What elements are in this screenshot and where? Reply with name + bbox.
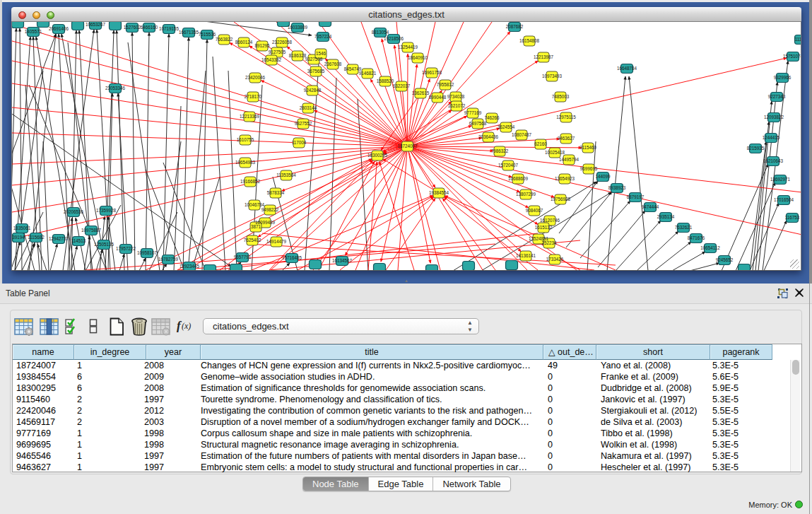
- svg-text:16671355: 16671355: [179, 30, 199, 35]
- svg-text:10653267: 10653267: [86, 22, 106, 27]
- svg-text:9498222: 9498222: [261, 207, 279, 212]
- svg-text:15716485: 15716485: [282, 255, 302, 260]
- svg-text:1588520: 1588520: [377, 78, 394, 83]
- svg-text:10807487: 10807487: [512, 132, 532, 137]
- svg-text:23226058: 23226058: [272, 40, 293, 45]
- svg-text:20206536: 20206536: [64, 209, 84, 214]
- svg-text:14914479: 14914479: [266, 239, 287, 244]
- svg-text:2803144: 2803144: [300, 105, 317, 110]
- svg-text:12942737: 12942737: [49, 236, 69, 241]
- svg-text:39194: 39194: [12, 235, 25, 240]
- svg-text:17359928: 17359928: [96, 208, 117, 213]
- svg-text:7986322: 7986322: [491, 148, 509, 153]
- svg-text:20364436: 20364436: [478, 134, 499, 139]
- svg-text:13254419: 13254419: [398, 45, 418, 49]
- svg-text:8813054: 8813054: [372, 30, 389, 35]
- svg-text:6879197: 6879197: [627, 194, 645, 199]
- svg-text:6466160: 6466160: [141, 25, 158, 30]
- svg-text:1733426: 1733426: [546, 257, 564, 262]
- svg-text:9146821: 9146821: [359, 71, 377, 76]
- svg-text:16648784: 16648784: [617, 66, 637, 71]
- svg-text:3624554: 3624554: [498, 124, 515, 129]
- svg-text:12213987: 12213987: [534, 54, 554, 59]
- svg-text:2367608: 2367608: [324, 62, 342, 66]
- svg-text:7955812: 7955812: [437, 82, 454, 87]
- svg-text:8660124: 8660124: [235, 40, 253, 45]
- svg-text:10975887: 10975887: [81, 228, 102, 233]
- svg-text:16782759: 16782759: [158, 257, 179, 262]
- svg-text:15751074: 15751074: [783, 54, 801, 59]
- svg-text:6322037: 6322037: [393, 83, 411, 88]
- svg-text:7663822: 7663822: [216, 37, 233, 42]
- svg-text:16210643: 16210643: [763, 158, 784, 163]
- svg-text:12093822: 12093822: [764, 115, 784, 119]
- svg-text:23420046: 23420046: [245, 75, 266, 80]
- svg-text:10046784: 10046784: [245, 202, 265, 207]
- svg-text:10025418: 10025418: [545, 150, 565, 155]
- svg-text:13807299: 13807299: [516, 192, 536, 197]
- svg-text:12975115: 12975115: [556, 115, 576, 119]
- svg-text:16543382: 16543382: [261, 57, 282, 62]
- svg-text:9084067: 9084067: [526, 208, 543, 213]
- svg-text:1835061: 1835061: [13, 226, 31, 230]
- svg-text:117004: 117004: [292, 140, 307, 145]
- svg-text:14495794: 14495794: [559, 157, 579, 162]
- svg-text:8938923: 8938923: [608, 185, 626, 190]
- svg-text:19384554: 19384554: [429, 190, 449, 195]
- svg-text:3871: 3871: [251, 224, 261, 229]
- svg-text:8186328: 8186328: [289, 53, 307, 58]
- svg-text:10688609: 10688609: [508, 176, 529, 181]
- svg-text:1546: 1546: [316, 51, 326, 56]
- svg-text:9699695: 9699695: [580, 166, 598, 171]
- svg-text:9734028: 9734028: [447, 94, 465, 99]
- svg-text:9227343: 9227343: [768, 94, 786, 99]
- svg-text:1610755: 1610755: [237, 137, 254, 142]
- svg-text:10958107: 10958107: [137, 250, 158, 255]
- svg-text:1405571: 1405571: [25, 29, 42, 34]
- svg-text:1244415: 1244415: [763, 135, 780, 140]
- svg-text:20691406: 20691406: [49, 26, 69, 31]
- svg-text:12923445: 12923445: [180, 264, 200, 269]
- svg-text:19756928: 19756928: [551, 197, 571, 201]
- svg-text:2935134: 2935134: [657, 214, 675, 219]
- svg-text:3675685: 3675685: [307, 69, 325, 74]
- svg-text:9777169: 9777169: [464, 110, 482, 115]
- svg-text:252234: 252234: [541, 240, 557, 245]
- svg-text:17016504: 17016504: [774, 197, 794, 202]
- svg-text:1362615: 1362615: [412, 90, 430, 95]
- svg-text:11353584: 11353584: [276, 173, 296, 177]
- svg-text:7357224: 7357224: [314, 34, 332, 39]
- svg-text:1621072: 1621072: [448, 103, 466, 108]
- svg-text:10973493: 10973493: [542, 74, 563, 78]
- svg-text:9115460: 9115460: [579, 145, 597, 150]
- svg-text:12213369: 12213369: [240, 114, 260, 119]
- svg-text:1115682: 1115682: [28, 235, 45, 240]
- svg-text:16134567: 16134567: [332, 258, 353, 263]
- svg-text:13654923: 13654923: [555, 176, 575, 181]
- svg-text:16120746: 16120746: [540, 218, 560, 223]
- svg-text:(x): (x): [182, 321, 191, 331]
- svg-text:1615132: 1615132: [535, 225, 553, 230]
- svg-text:891295: 891295: [254, 43, 270, 48]
- svg-text:11121: 11121: [795, 37, 801, 42]
- svg-text:7625402: 7625402: [244, 238, 261, 243]
- svg-text:8471676: 8471676: [688, 235, 705, 240]
- svg-text:9329966: 9329966: [774, 75, 792, 80]
- svg-text:19218506: 19218506: [384, 36, 404, 41]
- svg-text:16961758: 16961758: [422, 70, 442, 75]
- svg-text:116753: 116753: [785, 215, 800, 220]
- svg-text:10719155: 10719155: [159, 26, 180, 31]
- svg-text:23053346: 23053346: [105, 86, 126, 90]
- svg-text:8215935: 8215935: [747, 146, 765, 151]
- svg-text:7515536: 7515536: [199, 32, 216, 37]
- svg-text:9463627: 9463627: [558, 136, 575, 141]
- svg-text:5878334: 5878334: [267, 190, 285, 195]
- svg-text:17957222: 17957222: [116, 246, 136, 251]
- svg-text:62160: 62160: [534, 141, 547, 146]
- svg-text:12505135: 12505135: [94, 242, 114, 247]
- svg-text:746266: 746266: [484, 115, 500, 120]
- svg-text:144099: 144099: [595, 174, 611, 179]
- svg-text:7632621: 7632621: [675, 225, 693, 230]
- svg-text:16033809: 16033809: [288, 25, 308, 30]
- svg-text:9827552: 9827552: [295, 121, 312, 126]
